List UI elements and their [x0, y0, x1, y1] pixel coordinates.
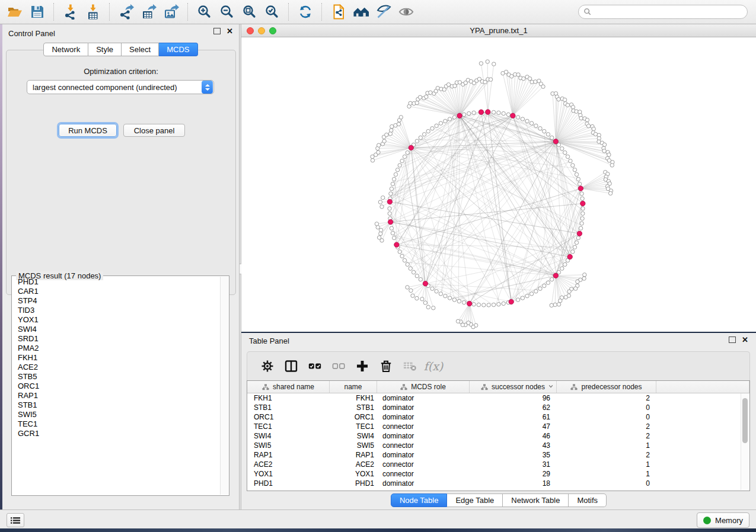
network-node[interactable]: [399, 116, 403, 119]
network-node[interactable]: [492, 110, 495, 114]
deselect-all-button[interactable]: [327, 356, 350, 376]
network-node[interactable]: [409, 267, 412, 270]
column-header-predecessor-nodes[interactable]: predecessor nodes: [557, 381, 656, 393]
network-node[interactable]: [426, 129, 430, 133]
mcds-hub-node[interactable]: [467, 301, 472, 306]
mcds-hub-node[interactable]: [578, 186, 583, 191]
network-node[interactable]: [557, 97, 560, 101]
network-node[interactable]: [543, 129, 546, 133]
network-node[interactable]: [397, 122, 400, 126]
network-node[interactable]: [541, 85, 545, 88]
network-node[interactable]: [578, 182, 581, 185]
network-node[interactable]: [534, 80, 537, 84]
network-node[interactable]: [579, 226, 582, 230]
network-node[interactable]: [419, 277, 422, 281]
column-header-successor-nodes[interactable]: successor nodes: [470, 381, 557, 393]
network-node[interactable]: [467, 111, 471, 115]
network-node[interactable]: [388, 207, 391, 210]
network-node[interactable]: [420, 297, 424, 301]
table-scrollbar-thumb[interactable]: [742, 398, 748, 443]
table-row[interactable]: PHD1PHD1dominator180: [247, 479, 749, 488]
network-node[interactable]: [575, 172, 578, 176]
mcds-result-item[interactable]: CAR1: [12, 287, 221, 296]
mcds-hub-node[interactable]: [486, 110, 490, 114]
network-node[interactable]: [581, 207, 585, 210]
mcds-hub-node[interactable]: [553, 139, 558, 144]
network-node[interactable]: [479, 62, 483, 65]
network-node[interactable]: [574, 287, 578, 290]
network-node[interactable]: [580, 192, 583, 196]
network-node[interactable]: [406, 150, 409, 154]
import-table-button[interactable]: [83, 2, 103, 22]
mcds-result-item[interactable]: TID3: [12, 306, 221, 315]
network-node[interactable]: [425, 95, 428, 98]
network-node[interactable]: [415, 139, 419, 143]
network-node[interactable]: [538, 127, 542, 130]
zoom-selected-button[interactable]: [262, 2, 282, 22]
open-file-button[interactable]: [5, 2, 25, 22]
network-node[interactable]: [492, 62, 496, 66]
tab-edge-table[interactable]: Edge Table: [447, 493, 503, 507]
float-table-panel-icon[interactable]: [729, 336, 736, 343]
network-node[interactable]: [415, 274, 419, 278]
network-node[interactable]: [560, 147, 564, 150]
network-node[interactable]: [575, 241, 578, 244]
network-node[interactable]: [379, 232, 382, 235]
mcds-result-item[interactable]: PHD1: [12, 277, 221, 287]
network-node[interactable]: [516, 73, 520, 76]
network-node[interactable]: [411, 294, 414, 297]
tab-mcds[interactable]: MCDS: [159, 43, 197, 56]
network-node[interactable]: [585, 118, 589, 121]
mcds-result-item[interactable]: ORC1: [12, 382, 221, 391]
tab-node-table[interactable]: Node Table: [391, 493, 448, 507]
network-node[interactable]: [608, 191, 612, 195]
network-node[interactable]: [502, 302, 505, 305]
home-button[interactable]: [351, 2, 371, 22]
network-node[interactable]: [563, 98, 566, 101]
network-node[interactable]: [525, 119, 529, 123]
network-node[interactable]: [581, 211, 585, 215]
network-node[interactable]: [543, 284, 546, 287]
network-node[interactable]: [482, 303, 486, 307]
network-node[interactable]: [426, 305, 430, 309]
network-node[interactable]: [529, 292, 533, 296]
network-node[interactable]: [400, 254, 404, 258]
network-node[interactable]: [448, 296, 451, 300]
network-node[interactable]: [430, 287, 434, 290]
network-node[interactable]: [412, 270, 415, 274]
refresh-layout-button[interactable]: [295, 2, 315, 22]
save-session-button[interactable]: [27, 2, 47, 22]
network-node[interactable]: [398, 164, 401, 167]
close-panel-icon[interactable]: ✕: [227, 28, 233, 34]
network-node[interactable]: [579, 116, 583, 120]
network-node[interactable]: [430, 127, 434, 130]
mcds-result-item[interactable]: STP4: [12, 296, 221, 306]
column-header-name[interactable]: name: [330, 381, 377, 393]
zoom-out-button[interactable]: [217, 2, 237, 22]
network-node[interactable]: [403, 155, 406, 158]
mcds-result-item[interactable]: YOX1: [12, 315, 221, 325]
network-node[interactable]: [439, 121, 442, 125]
network-node[interactable]: [444, 294, 447, 297]
network-node[interactable]: [477, 303, 480, 306]
mcds-result-item[interactable]: FKH1: [12, 353, 221, 363]
network-node[interactable]: [580, 222, 583, 225]
network-node[interactable]: [567, 290, 571, 293]
delete-column-button[interactable]: [374, 356, 398, 376]
network-node[interactable]: [580, 197, 584, 200]
network-node[interactable]: [456, 319, 460, 323]
network-node[interactable]: [439, 292, 442, 296]
mcds-hub-node[interactable]: [511, 113, 515, 118]
network-node[interactable]: [435, 124, 438, 127]
network-node[interactable]: [371, 159, 374, 162]
network-node[interactable]: [610, 164, 614, 167]
tab-style[interactable]: Style: [88, 43, 122, 56]
close-panel-button[interactable]: Close panel: [123, 124, 185, 137]
network-node[interactable]: [378, 200, 382, 204]
network-window-titlebar[interactable]: YPA_prune.txt_1: [241, 24, 756, 37]
mcds-hub-node[interactable]: [580, 201, 585, 206]
network-node[interactable]: [569, 159, 572, 163]
network-node[interactable]: [403, 258, 406, 262]
network-node[interactable]: [492, 303, 495, 306]
float-panel-icon[interactable]: [213, 28, 221, 34]
